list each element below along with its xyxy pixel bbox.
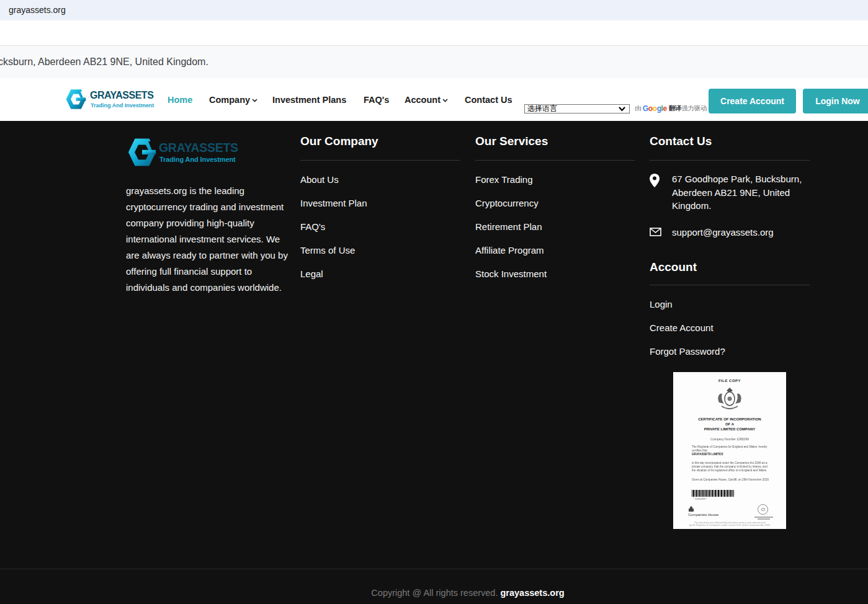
cert-barcode-number: * 1295299 * bbox=[693, 498, 707, 500]
divider bbox=[650, 285, 810, 285]
footer-account-title: Account bbox=[650, 260, 697, 274]
cert-company-number: Company Number 1295299 bbox=[673, 437, 786, 441]
contact-email[interactable]: support@grayassets.org bbox=[672, 226, 774, 239]
divider bbox=[650, 160, 810, 161]
footer-link-forgot-password[interactable]: Forgot Password? bbox=[650, 339, 725, 363]
nav-investment-plans[interactable]: Investment Plans bbox=[272, 78, 346, 121]
footer-about-text: grayassets.org is the leading cryptocurr… bbox=[126, 183, 292, 296]
chevron-down-icon bbox=[442, 99, 448, 102]
footer-link-legal[interactable]: Legal bbox=[300, 262, 367, 285]
cert-file-copy: FILE COPY bbox=[673, 379, 786, 383]
white-gap bbox=[0, 20, 868, 46]
envelope-icon bbox=[650, 226, 672, 239]
cert-footnote: This document was delivered by electroni… bbox=[673, 522, 786, 527]
cert-seal-caption bbox=[752, 517, 776, 520]
page-footer: GRAYASSETS Trading And Investment grayas… bbox=[0, 121, 868, 604]
nav-home[interactable]: Home bbox=[168, 78, 192, 121]
attr-suffix: 强力驱动 bbox=[681, 104, 707, 113]
attr-fanyi: 翻译 bbox=[669, 104, 681, 113]
contact-address: 67 Goodhope Park, Bucksburn, Aberdeen AB… bbox=[672, 172, 810, 213]
nav-account[interactable]: Account bbox=[405, 78, 448, 121]
footer-link-create-account[interactable]: Create Account bbox=[650, 316, 725, 339]
footer-contact-title: Contact Us bbox=[650, 135, 712, 148]
login-now-button[interactable]: Login Now bbox=[803, 89, 868, 113]
chevron-down-icon bbox=[252, 99, 257, 102]
browser-topbar: grayassets.org bbox=[0, 0, 868, 20]
footer-link-forex-trading[interactable]: Forex Trading bbox=[475, 167, 547, 191]
google-translate-attribution: 由 Google 翻译 强力驱动 bbox=[635, 103, 707, 114]
google-translate-widget: 选择语言 bbox=[524, 103, 630, 114]
copyright-text: Copyright @ All rights reserved. grayass… bbox=[126, 588, 810, 598]
select-chevron-icon bbox=[619, 107, 625, 112]
footer-link-about-us[interactable]: About Us bbox=[300, 167, 367, 191]
footer-link-retirement-plan[interactable]: Retirement Plan bbox=[475, 215, 547, 238]
footer-link-login[interactable]: Login bbox=[650, 292, 725, 316]
cert-given: Given at Companies House, Cardiff, on 26… bbox=[692, 478, 771, 482]
create-account-button[interactable]: Create Account bbox=[709, 89, 796, 113]
footer-link-cryptocurrency[interactable]: Cryptocurrency bbox=[475, 191, 547, 215]
url-text[interactable]: grayassets.org bbox=[9, 0, 66, 20]
footer-company-title: Our Company bbox=[300, 135, 378, 148]
contact-email-row: support@grayassets.org bbox=[650, 226, 810, 239]
google-logo-text: Google bbox=[643, 104, 667, 113]
language-select[interactable]: 选择语言 bbox=[524, 104, 630, 113]
brand-hexagon-icon bbox=[128, 137, 156, 167]
cert-seal bbox=[758, 504, 768, 515]
royal-coat-of-arms-icon bbox=[673, 386, 786, 415]
address-ticker-text: cksburn, Aberdeen AB21 9NE, United Kingd… bbox=[0, 46, 208, 78]
language-select-value: 选择语言 bbox=[527, 105, 557, 113]
divider bbox=[300, 160, 460, 161]
footer-logo[interactable]: GRAYASSETS Trading And Investment bbox=[128, 137, 238, 167]
contact-address-row: 67 Goodhope Park, Bucksburn, Aberdeen AB… bbox=[650, 172, 810, 213]
footer-services-title: Our Services bbox=[475, 135, 548, 148]
nav-faqs[interactable]: FAQ's bbox=[364, 78, 389, 121]
footer-link-stock-investment[interactable]: Stock Investment bbox=[475, 262, 547, 285]
main-header: GRAYASSETS Trading And Investment Home C… bbox=[0, 78, 868, 121]
footer-link-investment-plan[interactable]: Investment Plan bbox=[300, 191, 367, 215]
copyright-label: Copyright @ All rights reserved. bbox=[371, 588, 500, 598]
nav-contact-us[interactable]: Contact Us bbox=[465, 78, 512, 121]
address-ticker-bar: cksburn, Aberdeen AB21 9NE, United Kingd… bbox=[0, 46, 868, 78]
cert-title: CERTIFICATE OF INCORPORATION OF A PRIVAT… bbox=[673, 417, 786, 432]
copyright-divider bbox=[0, 569, 868, 569]
main-nav: Home Company Investment Plans FAQ's Acco… bbox=[0, 78, 558, 121]
footer-link-affiliate-program[interactable]: Affiliate Program bbox=[475, 238, 547, 262]
cert-body-2: is this day incorporated under the Compa… bbox=[692, 461, 771, 472]
attr-prefix: 由 bbox=[635, 104, 641, 113]
nav-company[interactable]: Company bbox=[209, 78, 257, 121]
cert-body-1: The Registrar of Companies for England a… bbox=[692, 445, 771, 456]
divider bbox=[475, 160, 635, 161]
location-pin-icon bbox=[650, 172, 672, 213]
brand-tagline: Trading And Investment bbox=[159, 156, 238, 164]
incorporation-certificate-image: FILE COPY CERTIFICATE OF INCORPORATION O… bbox=[673, 372, 786, 529]
companies-house-logo: Companies House bbox=[688, 506, 718, 517]
footer-link-terms-of-use[interactable]: Terms of Use bbox=[300, 238, 367, 262]
cert-barcode bbox=[692, 490, 734, 497]
footer-link-faqs[interactable]: FAQ's bbox=[300, 215, 367, 238]
copyright-brand: grayassets.org bbox=[500, 588, 564, 598]
brand-name: GRAYASSETS bbox=[159, 141, 238, 154]
